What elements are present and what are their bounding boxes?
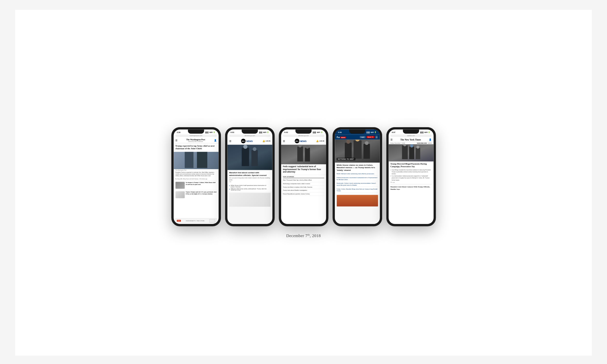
abc-login-area[interactable]: 🔔 LOG IN [263,140,270,142]
nyt-divider [390,184,432,184]
nyt-subscribe-area: SUBSCRIBE NOW LOG IN [417,142,432,144]
phone-3-status-icons: ▌▌▌ WiFi 🔋 [313,131,323,133]
cohen-head-1 [298,145,302,147]
abc2-main-headline[interactable]: Feds suggest 'substantial term of impris… [281,164,326,175]
abc-bullet-2[interactable]: Tillerson calls Trump 'pretty undiscipli… [229,188,270,191]
fox-bottom-image [337,195,378,207]
figure-1 [185,152,194,168]
wifi-icon: WiFi [370,131,374,133]
top-story-4[interactable]: Trump rants about Mueller investigation [283,189,324,193]
wp-small-story-1[interactable]: In changes to Trump's Cabinet, White Hou… [174,181,219,189]
abc-bullet-1[interactable]: White House chief of staff questioned ab… [229,185,270,188]
fox-lower-section [335,194,380,224]
wifi-icon: WiFi [424,131,428,133]
top-story-1[interactable]: Slain Thousand Oaks Sgt. shot by fellow … [283,179,324,182]
top-story-3[interactable]: Trump now likely to replace John Kelly: … [283,186,324,189]
phone-4-fox-news: 9:06 ▌▌▌ WiFi 🔋 f ox NEWS [332,127,382,226]
abc-bullets: White House chief of staff questioned ab… [227,184,272,192]
abc-attr: ABC [229,181,270,182]
phone-2-url[interactable]: abcnews.go.com [229,134,270,137]
phones-container: 2:26 ▌▌▌ WiFi 🔋 washingtonpost.com ☰ The [171,127,436,226]
phone-1-content: ☰ The Washington Post Democracy Dies in … [174,137,219,224]
fox-login-btn[interactable]: Login [360,136,365,138]
user-icon[interactable]: 👤 [214,139,217,141]
bell-icon: 🔔 [263,140,265,142]
nyt-main-headline[interactable]: Trump Directed Illegal Payments During C… [388,161,433,169]
menu-icon[interactable]: ☰ [175,139,177,141]
wp-small-story-2[interactable]: Nauert, Trump's pick for U.N. post, prev… [174,191,219,199]
fox-link-1[interactable]: READ: Michael Cohen sentencing memo file… [337,172,378,175]
menu-icon[interactable]: ☰ [390,138,393,141]
phone-1-washington-post: 2:26 ▌▌▌ WiFi 🔋 washingtonpost.com ☰ The [171,127,221,226]
wp-small-img-1 [175,182,185,189]
date-superscript: th [308,233,310,236]
abc-login-area-3[interactable]: 🔔 LOG IN [316,140,324,142]
abc2-top-stories: TOP STORIES Slain Thousand Oaks Sgt. sho… [281,174,326,196]
wifi-icon: WiFi [209,131,213,133]
menu-icon[interactable]: ☰ [375,135,378,139]
phone-5-url[interactable]: nytimes.com [390,134,432,137]
nyt-sub-headline[interactable]: Manafort Lied About Contacts With Trump … [388,185,433,191]
phone-3-abc-cohen: 9:03 ▌▌▌ WiFi 🔋 abcnews.go.com ☰ abc [279,127,328,226]
wp-small-headline-1: In changes to Trump's Cabinet, White Hou… [186,182,217,185]
fox-link-2[interactable]: Federal prosecutors recommend 'substanti… [337,176,378,181]
fox-header-btns: Login Watch TV ☰ [360,135,378,139]
cohen-fig-1 [297,146,303,161]
phone-3-screen: 9:03 ▌▌▌ WiFi 🔋 abcnews.go.com ☰ abc [281,129,326,224]
abc-header: ☰ abc NEWS 🔔 LOG IN [227,137,272,144]
fox-head-1 [346,140,350,143]
wp-tagline: Democracy Dies in Darkness [177,141,214,142]
fox-main-headline[interactable]: White House claims no news in Cohen, Man… [337,164,378,171]
wp-header: ☰ The Washington Post Democracy Dies in … [174,137,219,143]
wp-small-headline-2: Nauert, Trump's pick for U.N. post, prev… [186,191,217,195]
login-text[interactable]: LOG IN [266,140,270,142]
phone-1-screen: 2:26 ▌▌▌ WiFi 🔋 washingtonpost.com ☰ The [174,129,219,224]
battery-icon: 🔋 [213,131,215,133]
wp-byline: By Greg Jaffe, Missy Ryan and Josh Dawse… [174,177,219,180]
menu-icon[interactable]: ☰ [283,140,285,142]
fox-watch-btn[interactable]: Watch TV [366,136,374,138]
wp-divider-2 [175,190,217,190]
abc-header-3: ☰ abc NEWS 🔔 LOG IN [281,137,326,144]
subscribe-btn[interactable]: SUBSCRIBE NOW [417,142,427,144]
abc-filler [227,192,272,224]
phone-2-time: 9:03 [230,131,234,133]
ad-text: VISION BENEFITS · FIND A STORE [186,220,204,221]
phone-3-url[interactable]: abcnews.go.com [283,134,324,137]
signal-icon: ▌▌▌ [421,131,424,133]
wp-main-headline[interactable]: Trump expected to tap Army chief as next… [175,145,217,150]
user-icon[interactable]: 👤 [429,138,432,141]
abc-secondary-image [229,193,270,207]
nyt-figures [402,145,420,160]
login-btn[interactable]: LOG IN [428,142,432,144]
cohen-head-2 [306,145,309,148]
wp-small-img-2 [175,191,185,198]
nyt-bullet-2: In a memorandum, federal prosecutors arg… [388,175,433,181]
bell-icon-3: 🔔 [316,140,318,142]
menu-icon[interactable]: ☰ [229,140,231,142]
wifi-icon: WiFi [317,131,320,133]
date-caption: December 7th, 2018 [286,233,321,238]
wifi-icon: WiFi [263,131,267,133]
phone-5-notch [403,129,419,133]
wp-advertisement[interactable]: 2018 VISION BENEFITS · FIND A STORE [175,218,217,223]
nyt-hero-image [388,144,433,161]
phone-3-time: 9:03 [284,131,288,133]
cohen-scene [281,145,326,164]
top-story-2[interactable]: Technology companies lead a slide in sto… [283,182,324,185]
fox-header: f ox NEWS Login Watch TV ☰ [335,134,380,140]
figures [242,148,258,167]
signal-icon: ▌▌▌ [367,131,370,133]
top-story-5[interactable]: House Republicans question James Comey [283,193,324,196]
fox-link-3[interactable]: Dershowitz: Cohen's harsh sentencing rec… [337,182,378,187]
fox-head-3 [365,141,368,145]
phone-5-status-icons: ▌▌▌ WiFi 🔋 [421,131,430,133]
fox-link-4[interactable]: Turley: Cohen, Manafort filings show fed… [337,188,378,193]
ad-badge: 2018 [177,220,181,221]
abc-circle-3: abc [295,139,299,143]
fox-logo: f ox NEWS [337,135,346,139]
login-text-3[interactable]: LOG IN [319,140,324,142]
wp-hero-image [174,152,219,169]
abc-manafort-headline[interactable]: Manafort lied about contact with adminis… [229,171,270,176]
phone-1-url[interactable]: washingtonpost.com [175,134,217,137]
